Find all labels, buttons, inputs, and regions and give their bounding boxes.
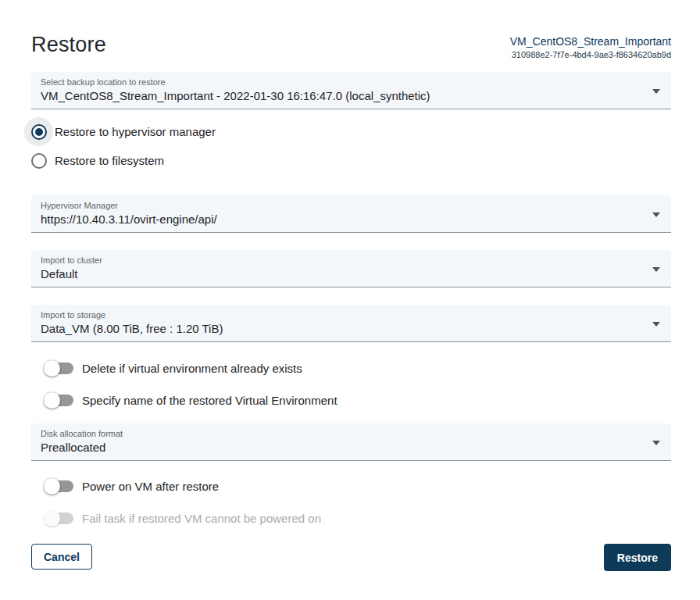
import-cluster-label: Import to cluster [41, 255, 640, 265]
chevron-down-icon [652, 322, 660, 327]
radio-restore-to-hypervisor[interactable]: Restore to hypervisor manager [24, 117, 671, 146]
radio-dot [35, 128, 43, 136]
vm-name: VM_CentOS8_Stream_Important [510, 34, 671, 49]
toggle-specify-name[interactable]: Specify name of the restored Virtual Env… [31, 384, 671, 416]
toggle-fail-task-if-not-powered: Fail task if restored VM cannot be power… [31, 502, 671, 534]
toggle-label-delete-if-exists: Delete if virtual environment already ex… [82, 362, 302, 375]
radio-label-hypervisor: Restore to hypervisor manager [55, 125, 216, 138]
restore-page: Restore VM_CentOS8_Stream_Important 3109… [0, 0, 700, 571]
disk-allocation-label: Disk allocation format [41, 429, 640, 438]
toggle-label-fail-task: Fail task if restored VM cannot be power… [82, 512, 321, 525]
restore-target-radio-group: Restore to hypervisor manager Restore to… [24, 117, 671, 175]
hypervisor-manager-select[interactable]: Hypervisor Manager https://10.40.3.11/ov… [31, 195, 671, 233]
restore-button[interactable]: Restore [604, 544, 671, 571]
radio-halo [24, 146, 53, 175]
vm-info: VM_CentOS8_Stream_Important 310988e2-7f7… [510, 33, 671, 61]
chevron-down-icon [652, 267, 660, 272]
switch-off-disabled-icon [44, 510, 73, 527]
import-storage-label: Import to storage [41, 310, 640, 320]
backup-location-label: Select backup location to restore [41, 77, 640, 87]
hypervisor-manager-label: Hypervisor Manager [41, 201, 640, 210]
chevron-down-icon [652, 89, 660, 94]
import-storage-select[interactable]: Import to storage Data_VM (8.00 TiB, fre… [31, 305, 671, 342]
page-header: Restore VM_CentOS8_Stream_Important 3109… [31, 33, 671, 58]
radio-unselected-icon [31, 153, 47, 169]
radio-halo [24, 117, 53, 146]
backup-location-select[interactable]: Select backup location to restore VM_Cen… [31, 72, 671, 109]
switch-off-icon [44, 360, 73, 377]
backup-location-value: VM_CentOS8_Stream_Important - 2022-01-30… [41, 89, 640, 102]
radio-label-filesystem: Restore to filesystem [55, 154, 164, 167]
toggle-power-on-vm[interactable]: Power on VM after restore [31, 470, 671, 502]
switch-thumb [44, 392, 60, 409]
footer-actions: Cancel Restore [31, 544, 671, 571]
import-cluster-value: Default [41, 267, 640, 280]
chevron-down-icon [652, 212, 660, 217]
switch-off-icon [44, 392, 73, 409]
switch-thumb [44, 360, 60, 377]
disk-allocation-value: Preallocated [41, 441, 640, 454]
chevron-down-icon [652, 441, 660, 445]
power-options-toggles: Power on VM after restore Fail task if r… [31, 470, 671, 534]
radio-restore-to-filesystem[interactable]: Restore to filesystem [24, 146, 671, 175]
switch-off-icon [44, 478, 73, 495]
import-cluster-select[interactable]: Import to cluster Default [31, 250, 671, 288]
disk-allocation-select[interactable]: Disk allocation format Preallocated [31, 423, 671, 461]
restore-options-toggles: Delete if virtual environment already ex… [31, 352, 671, 416]
vm-uuid: 310988e2-7f7e-4bd4-9ae3-f8634620ab9d [510, 49, 671, 61]
toggle-label-power-on-vm: Power on VM after restore [82, 480, 219, 493]
radio-selected-icon [31, 124, 47, 140]
toggle-delete-if-exists[interactable]: Delete if virtual environment already ex… [31, 352, 671, 384]
hypervisor-manager-value: https://10.40.3.11/ovirt-engine/api/ [41, 212, 640, 226]
switch-thumb [44, 478, 60, 495]
toggle-label-specify-name: Specify name of the restored Virtual Env… [82, 394, 338, 407]
switch-thumb [44, 510, 60, 527]
cancel-button[interactable]: Cancel [31, 544, 92, 570]
import-storage-value: Data_VM (8.00 TiB, free : 1.20 TiB) [41, 322, 640, 335]
page-title: Restore [31, 33, 106, 57]
